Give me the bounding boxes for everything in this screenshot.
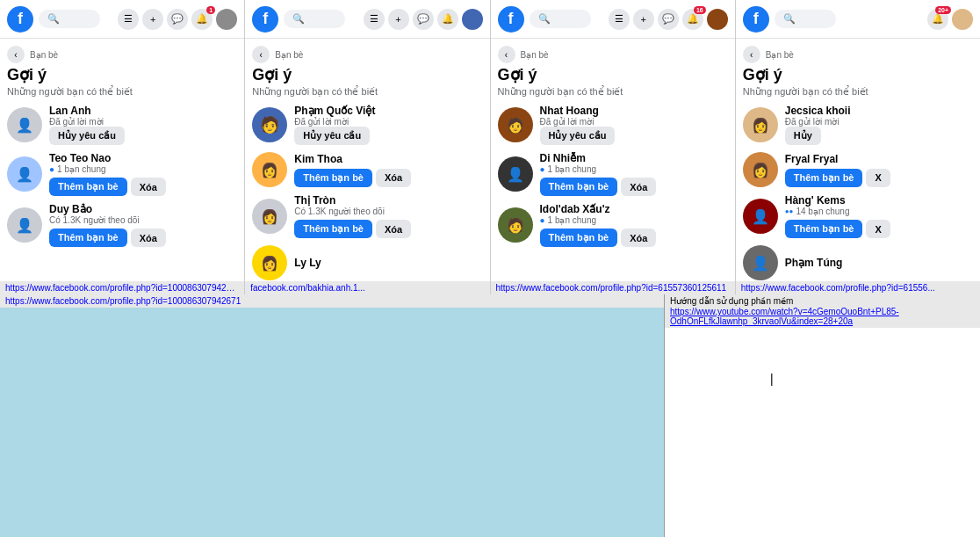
btn-row-4-1: Thêm bạn bè X: [785, 169, 973, 187]
notification-btn-2[interactable]: 🔔: [437, 9, 458, 30]
plus-btn-3[interactable]: +: [633, 9, 654, 30]
friend-info-2-3: Ly Ly: [294, 257, 482, 269]
add-friend-btn-2-2[interactable]: Thêm bạn bè: [294, 220, 372, 238]
status-bar-4: https://www.facebook.com/profile.php?id=…: [736, 281, 980, 294]
friend-info-3-0: Nhat Hoang Đã gửi lời mời Hủy yêu cầu: [540, 105, 728, 145]
messenger-btn-1[interactable]: 💬: [167, 9, 188, 30]
friend-meta-1-2: Có 1.3K người theo dõi: [49, 215, 237, 225]
notification-btn-1[interactable]: 🔔 1: [191, 9, 213, 30]
cancel-sent-btn-4-0[interactable]: Hủy: [785, 127, 821, 145]
friend-meta-2-2: Có 1.3K người theo dõi: [294, 207, 482, 216]
friend-meta-1-0: Đã gửi lời mời: [49, 117, 237, 127]
add-friend-btn-4-1[interactable]: Thêm bạn bè: [785, 169, 863, 187]
friend-avatar-1-1: 👤: [7, 156, 42, 192]
cancel-sent-btn-2-0[interactable]: Hủy yêu cầu: [294, 127, 370, 145]
friend-avatar-4-0: 👩: [743, 107, 778, 142]
btn-row-1-1: Thêm bạn bè Xóa: [49, 178, 237, 196]
avatar-1[interactable]: [216, 9, 237, 30]
notification-badge-3: 16: [694, 6, 706, 14]
delete-btn-3-1[interactable]: Xóa: [621, 178, 656, 196]
friend-avatar-4-1: 👩: [743, 152, 778, 187]
avatar-4[interactable]: [952, 9, 973, 30]
menu-btn-3[interactable]: ☰: [609, 9, 630, 30]
btn-row-3-2: Thêm bạn bè Xóa: [540, 229, 728, 247]
bottom-right-panel: Hướng dẫn sử dụng phần mềm https://www.y…: [665, 294, 980, 537]
panel-content-2: ‹ Bạn bè Gợi ý Những người bạn có thể bi…: [245, 39, 489, 281]
friend-info-4-0: Jecsica khoii Đã gửi lời mời Hủy: [785, 105, 973, 145]
back-btn-2[interactable]: ‹: [252, 46, 270, 63]
back-btn-3[interactable]: ‹: [498, 46, 515, 63]
delete-btn-1-1[interactable]: Xóa: [131, 178, 166, 196]
friend-name-4-1: Fryal Fryal: [785, 153, 973, 165]
delete-btn-2-1[interactable]: Xóa: [376, 169, 411, 187]
delete-btn-2-2[interactable]: Xóa: [376, 220, 411, 238]
section-label-3: Bạn bè: [521, 50, 549, 60]
add-friend-btn-1-2[interactable]: Thêm bạn bè: [49, 229, 127, 247]
status-bar-3: https://www.facebook.com/profile.php?id=…: [491, 281, 735, 294]
plus-btn-2[interactable]: +: [388, 9, 409, 30]
text-cursor: |: [770, 372, 774, 386]
subtitle-1: Những người bạn có thể biết: [7, 86, 237, 98]
back-btn-1[interactable]: ‹: [7, 46, 25, 63]
messenger-btn-3[interactable]: 💬: [658, 9, 679, 30]
add-friend-btn-3-1[interactable]: Thêm bạn bè: [540, 178, 618, 196]
cancel-sent-btn-3-0[interactable]: Hủy yêu cầu: [540, 127, 616, 145]
friend-item-4-2: 👤 Hàng' Kems ●● 14 bạn chung Thêm bạn bè…: [743, 194, 973, 238]
friend-info-3-2: Idol'dab Xấu'z ● 1 bạn chung Thêm bạn bè…: [540, 203, 728, 247]
add-friend-btn-3-2[interactable]: Thêm bạn bè: [540, 229, 618, 247]
search-bar-1[interactable]: 🔍: [39, 10, 100, 28]
cancel-sent-btn-1-0[interactable]: Hủy yêu cầu: [49, 127, 125, 145]
friend-meta-4-0: Đã gửi lời mời: [785, 117, 973, 127]
friend-name-2-0: Phạm Quốc Việt: [294, 105, 482, 117]
delete-btn-1-2[interactable]: Xóa: [131, 229, 166, 247]
menu-btn-1[interactable]: ☰: [118, 9, 139, 30]
panel-4: f 🔍 🔔 20+ ‹ Bạn bè Gợi ý Những người bạn…: [736, 0, 980, 294]
btn-row-3-1: Thêm bạn bè Xóa: [540, 178, 728, 196]
friend-avatar-1-2: 👤: [7, 207, 42, 243]
search-bar-4[interactable]: 🔍: [775, 10, 836, 28]
friend-meta-3-1: ● 1 bạn chung: [540, 164, 728, 174]
btn-row-2-2: Thêm bạn bè Xóa: [294, 220, 482, 238]
friend-info-2-2: Thị Tròn Có 1.3K người theo dõi Thêm bạn…: [294, 194, 482, 238]
subtitle-3: Những người bạn có thể biết: [498, 86, 728, 98]
add-friend-btn-4-2[interactable]: Thêm bạn bè: [785, 220, 863, 238]
nav-icons-1: ☰ + 💬 🔔 1: [118, 9, 237, 30]
search-icon-4: 🔍: [783, 13, 796, 25]
panel-1: f 🔍 ☰ + 💬 🔔 1 ‹ Bạn bè Gợi ý Những ngư: [0, 0, 245, 294]
notification-btn-3[interactable]: 🔔 16: [682, 9, 703, 30]
menu-btn-2[interactable]: ☰: [364, 9, 385, 30]
panel-header-4: ‹ Bạn bè: [743, 46, 973, 63]
status-bar-1: https://www.facebook.com/profile.php?id=…: [0, 281, 244, 294]
delete-btn-4-2[interactable]: X: [866, 220, 890, 238]
fb-logo-1: f: [7, 6, 33, 33]
panel-content-1: ‹ Bạn bè Gợi ý Những người bạn có thể bi…: [0, 39, 244, 281]
panel-content-3: ‹ Bạn bè Gợi ý Những người bạn có thể bi…: [491, 39, 735, 281]
friend-item-3-1: 👤 Di Nhiễm ● 1 bạn chung Thêm bạn bè Xóa: [498, 152, 728, 196]
search-bar-2[interactable]: 🔍: [284, 10, 345, 28]
delete-btn-4-1[interactable]: X: [866, 169, 890, 187]
friend-name-4-2: Hàng' Kems: [785, 194, 973, 207]
friend-avatar-3-1: 👤: [498, 156, 533, 192]
notification-badge-1: 1: [206, 6, 215, 14]
friend-avatar-2-3: 👩: [252, 245, 287, 280]
friend-meta-2-0: Đã gửi lời mời: [294, 117, 482, 127]
add-friend-btn-1-1[interactable]: Thêm bạn bè: [49, 178, 127, 196]
notification-btn-4[interactable]: 🔔 20+: [927, 9, 948, 30]
add-friend-btn-2-1[interactable]: Thêm bạn bè: [294, 169, 372, 187]
friend-name-2-3: Ly Ly: [294, 257, 482, 269]
avatar-2[interactable]: [462, 9, 483, 30]
friend-info-3-1: Di Nhiễm ● 1 bạn chung Thêm bạn bè Xóa: [540, 152, 728, 196]
fb-logo-3: f: [498, 6, 524, 33]
plus-btn-1[interactable]: +: [142, 9, 163, 30]
friend-name-4-0: Jecsica khoii: [785, 105, 973, 117]
search-bar-3[interactable]: 🔍: [530, 10, 591, 28]
friend-name-3-1: Di Nhiễm: [540, 152, 728, 164]
panel-content-4: ‹ Bạn bè Gợi ý Những người bạn có thể bi…: [736, 39, 980, 281]
messenger-btn-2[interactable]: 💬: [413, 9, 434, 30]
avatar-3[interactable]: [707, 9, 728, 30]
status-link[interactable]: https://www.youtube.com/watch?v=4cGemoOu…: [670, 307, 975, 326]
back-btn-4[interactable]: ‹: [743, 46, 760, 63]
page-title-2: Gợi ý: [252, 65, 482, 84]
delete-btn-3-2[interactable]: Xóa: [621, 229, 656, 247]
btn-row-4-2: Thêm bạn bè X: [785, 220, 973, 238]
